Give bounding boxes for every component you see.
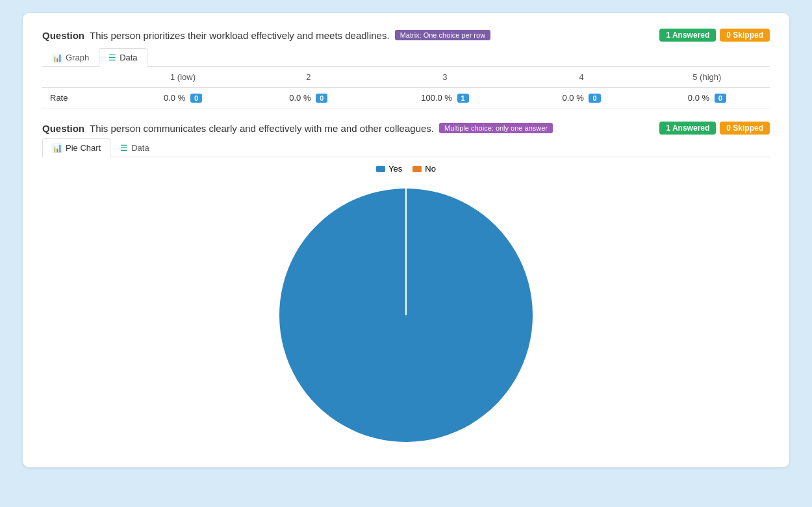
question-1-table: 1 (low) 2 3 4 5 (high) Rate 0.0 % 0 0.0 … — [42, 67, 770, 109]
question-1-text: This person prioritizes their workload e… — [90, 30, 390, 41]
legend-yes: Yes — [376, 164, 402, 174]
cell-4: 0.0 % 0 — [518, 88, 644, 109]
pie-legend: Yes No — [376, 164, 436, 174]
question-1-badge: Matrix: One choice per row — [395, 30, 490, 40]
question-2-skipped: 0 Skipped — [720, 122, 770, 135]
question-2-header: Question This person communicates clearl… — [42, 122, 770, 135]
legend-no-dot — [412, 166, 422, 172]
cell-3-value: 100.0 % — [421, 93, 452, 103]
legend-no: No — [412, 164, 436, 174]
tab-data-2-label: Data — [131, 143, 149, 153]
cell-4-count: 0 — [589, 94, 600, 103]
pie-chart-icon: 📊 — [52, 143, 62, 153]
question-1-block: Question This person prioritizes their w… — [42, 29, 770, 109]
question-2-block: Question This person communicates clearl… — [42, 122, 770, 452]
cell-2-value: 0.0 % — [289, 93, 311, 103]
question-2-badges-right: 1 Answered 0 Skipped — [659, 122, 770, 135]
pie-chart-container: Yes No — [42, 164, 770, 452]
cell-1-count: 0 — [190, 94, 202, 103]
question-1-label: Question — [42, 30, 84, 41]
question-1-skipped: 0 Skipped — [720, 29, 770, 42]
question-1-badges-right: 1 Answered 0 Skipped — [659, 29, 770, 42]
col-header-empty — [42, 67, 120, 88]
cell-3: 100.0 % 1 — [371, 88, 518, 109]
question-1-tabs: 📊 Graph ☰ Data — [42, 48, 770, 67]
tab-data-label: Data — [120, 53, 137, 62]
cell-5: 0.0 % 0 — [644, 88, 770, 109]
legend-no-label: No — [425, 164, 436, 174]
row-label: Rate — [42, 88, 120, 109]
col-header-5: 5 (high) — [644, 67, 770, 88]
cell-4-value: 0.0 % — [563, 93, 584, 103]
chart-icon: 📊 — [52, 53, 62, 62]
tab-graph[interactable]: 📊 Graph — [42, 48, 99, 67]
main-card: Question This person prioritizes their w… — [23, 13, 789, 467]
pie-chart-svg — [270, 179, 542, 452]
col-header-4: 4 — [518, 67, 644, 88]
col-header-3: 3 — [371, 67, 518, 88]
cell-5-count: 0 — [715, 94, 726, 103]
cell-3-count: 1 — [457, 94, 469, 103]
tab-pie-label: Pie Chart — [66, 143, 101, 153]
table-row: Rate 0.0 % 0 0.0 % 0 100.0 % 1 0.0 % — [42, 88, 770, 109]
cell-5-value: 0.0 % — [688, 93, 709, 103]
question-1-header: Question This person prioritizes their w… — [42, 29, 770, 42]
question-2-text: This person communicates clearly and eff… — [90, 123, 434, 134]
col-header-1: 1 (low) — [120, 67, 246, 88]
question-2-badge: Multiple choice: only one answer — [439, 123, 553, 133]
legend-yes-dot — [376, 166, 385, 172]
question-2-label: Question — [42, 123, 84, 134]
tab-data[interactable]: ☰ Data — [99, 48, 147, 67]
table-icon-2: ☰ — [120, 143, 128, 153]
tab-data-2[interactable]: ☰ Data — [110, 138, 159, 157]
tab-pie-chart[interactable]: 📊 Pie Chart — [42, 138, 110, 157]
question-1-answered: 1 Answered — [659, 29, 716, 42]
question-2-answered: 1 Answered — [659, 122, 716, 135]
question-2-tabs: 📊 Pie Chart ☰ Data — [42, 138, 770, 157]
cell-2: 0.0 % 0 — [246, 88, 371, 109]
table-header-row: 1 (low) 2 3 4 5 (high) — [42, 67, 770, 88]
legend-yes-label: Yes — [388, 164, 402, 174]
col-header-2: 2 — [246, 67, 371, 88]
table-icon: ☰ — [108, 53, 116, 62]
cell-2-count: 0 — [316, 94, 327, 103]
cell-1: 0.0 % 0 — [120, 88, 246, 109]
tab-graph-label: Graph — [66, 53, 89, 62]
cell-1-value: 0.0 % — [164, 93, 185, 103]
